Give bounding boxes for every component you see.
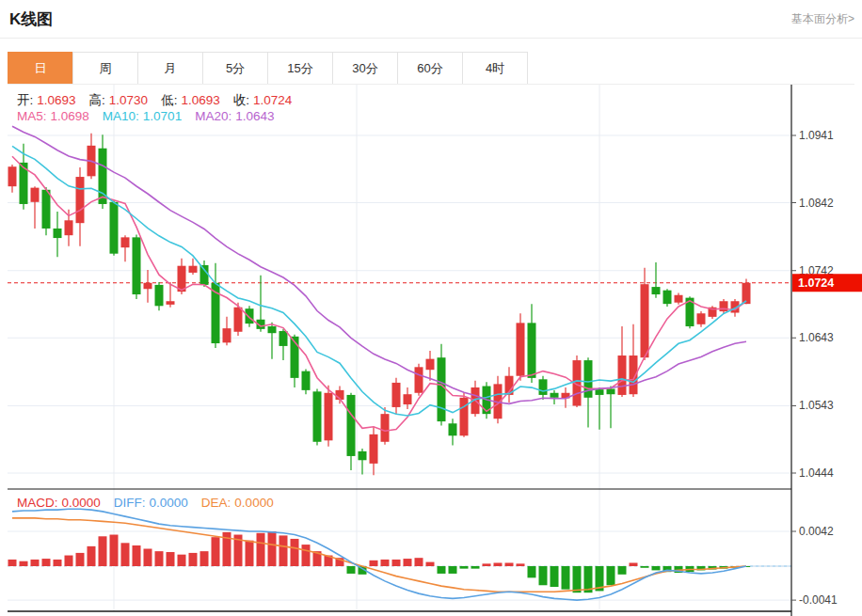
high-value: 1.0730: [109, 93, 148, 107]
diff-label: DIFF:: [114, 496, 146, 510]
svg-text:1.0643: 1.0643: [799, 331, 834, 344]
svg-text:1.0842: 1.0842: [799, 197, 834, 210]
tab-3-timeframe[interactable]: 5分: [202, 52, 268, 85]
svg-text:0.0042: 0.0042: [799, 525, 834, 538]
kline-chart[interactable]: 1.09411.08421.07421.06431.05431.04440.00…: [0, 85, 862, 616]
macd-legend: MACD:0.0000DIFF:0.0000DEA:0.0000: [17, 496, 278, 510]
low-label: 低:: [161, 93, 177, 107]
high-label: 高:: [89, 93, 105, 107]
dea-value: 0.0000: [234, 496, 273, 510]
ma10-value: 1.0701: [143, 109, 182, 123]
tab-4-timeframe[interactable]: 15分: [267, 52, 333, 85]
dea-label: DEA:: [201, 496, 231, 510]
ma20-value: 1.0643: [235, 109, 274, 123]
macd-value: 0.0000: [62, 496, 101, 510]
low-value: 1.0693: [181, 93, 219, 107]
open-value: 1.0693: [37, 93, 75, 107]
ma-legend: MA5:1.0698MA10:1.0701MA20:1.0643: [17, 109, 278, 123]
ma10-label: MA10:: [103, 109, 139, 123]
timeframe-tabs: 日周月5分15分30分60分4时: [8, 52, 528, 85]
close-label: 收:: [233, 93, 249, 107]
candles: [8, 134, 751, 475]
macd-histogram: [8, 531, 751, 592]
current-price-badge: 1.0724: [792, 274, 862, 292]
tab-7-timeframe[interactable]: 4时: [462, 52, 528, 85]
ohlc-legend: 开:1.0693高:1.0730低:1.0693收:1.0724: [17, 92, 295, 109]
fundamental-analysis-link[interactable]: 基本面分析>: [791, 11, 854, 27]
close-value: 1.0724: [253, 93, 292, 107]
macd-label: MACD:: [17, 496, 58, 510]
svg-text:1.0543: 1.0543: [799, 399, 834, 412]
page-title: K线图: [9, 8, 53, 30]
svg-text:1.0941: 1.0941: [799, 129, 834, 142]
tab-1-timeframe[interactable]: 周: [72, 52, 138, 85]
diff-value: 0.0000: [150, 496, 188, 510]
ma20-label: MA20:: [195, 109, 231, 123]
chart-canvas: 1.09411.08421.07421.06431.05431.04440.00…: [0, 85, 862, 616]
page-header: K线图 基本面分析>: [0, 0, 862, 39]
tab-2-timeframe[interactable]: 月: [137, 52, 203, 85]
price-axis-labels: 1.09411.08421.07421.06431.05431.0444: [791, 129, 834, 480]
svg-text:1.0724: 1.0724: [798, 276, 834, 290]
ma5-value: 1.0698: [51, 109, 89, 123]
tab-5-timeframe[interactable]: 30分: [332, 52, 398, 85]
tab-6-timeframe[interactable]: 60分: [397, 52, 463, 85]
ma5-label: MA5:: [17, 109, 47, 123]
svg-text:1.0444: 1.0444: [799, 466, 834, 480]
tab-0-timeframe[interactable]: 日: [8, 52, 73, 85]
svg-text:-0.0041: -0.0041: [799, 593, 838, 607]
open-label: 开:: [17, 93, 33, 107]
macd-axis-labels: 0.0042-0.0041: [791, 525, 838, 607]
